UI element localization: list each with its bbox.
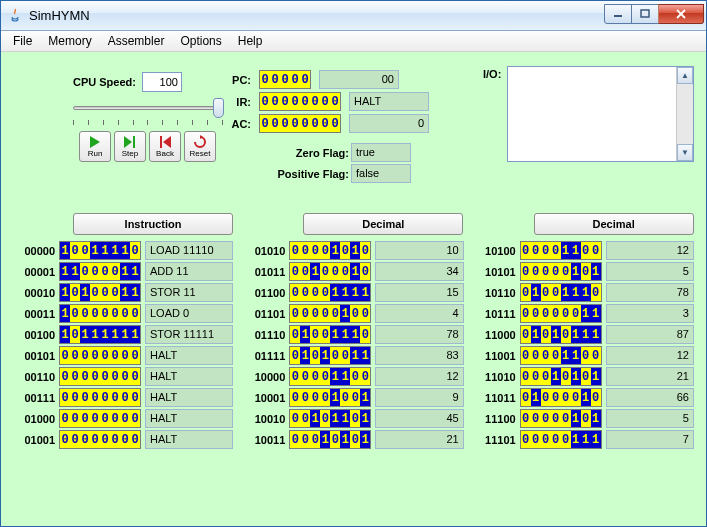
back-icon: [159, 135, 171, 149]
memory-bits[interactable]: 01001110: [520, 283, 602, 302]
memory-row: 10001000010019: [243, 388, 463, 407]
title-bar[interactable]: SimHYMN: [1, 1, 706, 31]
memory-bits[interactable]: 00100010: [289, 262, 371, 281]
ir-bits[interactable]: 00000000: [259, 92, 341, 111]
memory-bits[interactable]: 00000000: [59, 430, 141, 449]
memory-address: 00010: [13, 287, 55, 299]
memory-bits[interactable]: 00000000: [59, 346, 141, 365]
java-icon: [7, 8, 23, 24]
memory-row: 0010100000000HALT: [13, 346, 233, 365]
memory-bits[interactable]: 01000010: [520, 388, 602, 407]
reset-button[interactable]: Reset: [184, 131, 216, 162]
memory-bits[interactable]: 00000101: [520, 262, 602, 281]
memory-address: 00100: [13, 329, 55, 341]
memory-row: 0001110000000LOAD 0: [13, 304, 233, 323]
memory-instruction: ADD 11: [145, 262, 233, 281]
memory-address: 10100: [474, 245, 516, 257]
memory-bits[interactable]: 11000011: [59, 262, 141, 281]
scroll-up-icon[interactable]: ▲: [677, 67, 693, 84]
memory-bits[interactable]: 01010011: [289, 346, 371, 365]
memory-bits[interactable]: 00000000: [59, 388, 141, 407]
memory-bits[interactable]: 10011110: [59, 241, 141, 260]
cpu-speed-slider[interactable]: [73, 98, 223, 125]
step-button-label: Step: [122, 149, 138, 158]
menu-memory[interactable]: Memory: [40, 32, 99, 50]
pc-bits[interactable]: 00000: [259, 70, 311, 89]
memory-bits[interactable]: 00010101: [289, 430, 371, 449]
memory-bits[interactable]: 00001010: [289, 241, 371, 260]
play-icon: [90, 135, 100, 149]
col-header-decimal-1[interactable]: Decimal: [303, 213, 463, 235]
memory-area: Instruction 0000010011110LOAD 1111000001…: [13, 213, 694, 451]
memory-bits[interactable]: 10111111: [59, 325, 141, 344]
memory-bits[interactable]: 00000011: [520, 304, 602, 323]
memory-decimal: 10: [375, 241, 463, 260]
memory-bits[interactable]: 00101101: [289, 409, 371, 428]
memory-row: 10101000001015: [474, 262, 694, 281]
menu-file[interactable]: File: [5, 32, 40, 50]
memory-bits[interactable]: 00000100: [289, 304, 371, 323]
memory-decimal: 15: [375, 283, 463, 302]
memory-bits[interactable]: 01010111: [520, 325, 602, 344]
svg-rect-1: [641, 10, 649, 17]
io-scrollbar[interactable]: ▲ ▼: [676, 67, 693, 161]
memory-bits[interactable]: 00001100: [520, 241, 602, 260]
memory-bits[interactable]: 00000000: [59, 409, 141, 428]
memory-instruction: LOAD 11110: [145, 241, 233, 260]
memory-bits[interactable]: 01001110: [289, 325, 371, 344]
col-header-instruction[interactable]: Instruction: [73, 213, 233, 235]
memory-address: 01001: [13, 434, 55, 446]
slider-thumb[interactable]: [213, 98, 224, 118]
memory-bits[interactable]: 10000000: [59, 304, 141, 323]
memory-row: 100110001010121: [243, 430, 463, 449]
content-area: CPU Speed: Run: [1, 52, 706, 526]
memory-bits[interactable]: 00001100: [289, 367, 371, 386]
col-header-decimal-2[interactable]: Decimal: [534, 213, 694, 235]
io-textarea[interactable]: ▲ ▼: [507, 66, 694, 162]
memory-address: 11010: [474, 371, 516, 383]
menu-help[interactable]: Help: [230, 32, 271, 50]
memory-address: 01010: [243, 245, 285, 257]
ac-bits[interactable]: 00000000: [259, 114, 341, 133]
memory-address: 10011: [243, 434, 285, 446]
memory-row: 0001010100011STOR 11: [13, 283, 233, 302]
scroll-down-icon[interactable]: ▼: [677, 144, 693, 161]
memory-address: 00011: [13, 308, 55, 320]
memory-address: 10111: [474, 308, 516, 320]
memory-address: 01101: [243, 308, 285, 320]
memory-address: 01011: [243, 266, 285, 278]
memory-decimal: 45: [375, 409, 463, 428]
svg-rect-7: [160, 136, 162, 148]
maximize-button[interactable]: [631, 4, 659, 24]
memory-bits[interactable]: 00000101: [520, 409, 602, 428]
memory-row: 0010010111111STOR 11111: [13, 325, 233, 344]
memory-bits[interactable]: 00001001: [289, 388, 371, 407]
positive-flag-label: Positive Flag:: [223, 168, 349, 180]
memory-row: 0000111000011ADD 11: [13, 262, 233, 281]
memory-address: 11011: [474, 392, 516, 404]
memory-row: 010100000101010: [243, 241, 463, 260]
memory-bits[interactable]: 00001111: [289, 283, 371, 302]
memory-row: 0011100000000HALT: [13, 388, 233, 407]
memory-bits[interactable]: 00010101: [520, 367, 602, 386]
memory-row: 110100001010121: [474, 367, 694, 386]
back-button[interactable]: Back: [149, 131, 181, 162]
minimize-button[interactable]: [604, 4, 632, 24]
memory-bits[interactable]: 00001100: [520, 346, 602, 365]
step-button[interactable]: Step: [114, 131, 146, 162]
memory-decimal: 5: [606, 409, 694, 428]
memory-bits[interactable]: 00000111: [520, 430, 602, 449]
close-button[interactable]: [658, 4, 704, 24]
memory-decimal: 4: [375, 304, 463, 323]
cpu-speed-input[interactable]: [142, 72, 182, 92]
memory-decimal: 3: [606, 304, 694, 323]
run-button[interactable]: Run: [79, 131, 111, 162]
memory-instruction: HALT: [145, 346, 233, 365]
menu-assembler[interactable]: Assembler: [100, 32, 173, 50]
memory-decimal: 83: [375, 346, 463, 365]
memory-row: 011000000111115: [243, 283, 463, 302]
memory-bits[interactable]: 10100011: [59, 283, 141, 302]
menu-options[interactable]: Options: [172, 32, 229, 50]
memory-bits[interactable]: 00000000: [59, 367, 141, 386]
memory-row: 100000000110012: [243, 367, 463, 386]
